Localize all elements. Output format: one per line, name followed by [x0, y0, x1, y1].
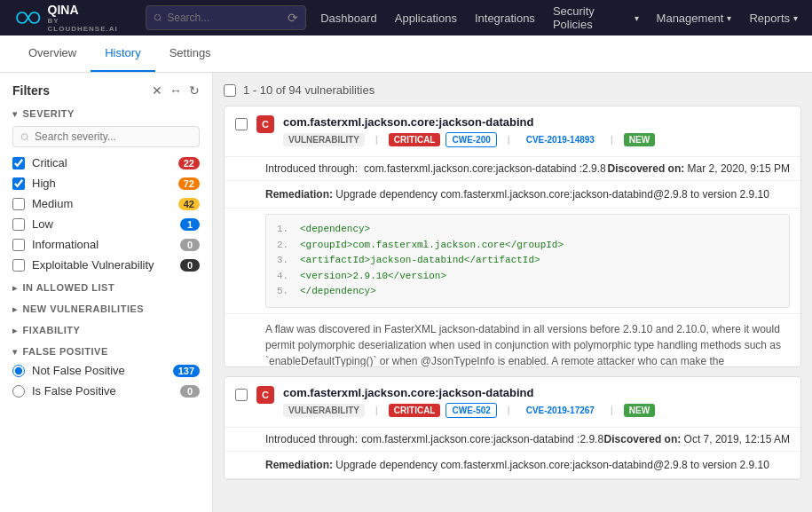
vuln-1-cve-badge[interactable]: CVE-2019-14893: [521, 133, 600, 146]
code-line-num: 1.: [277, 222, 291, 238]
search-refresh-icon[interactable]: ⟳: [288, 11, 298, 25]
vuln-1-cwe-badge[interactable]: CWE-200: [445, 132, 496, 147]
vuln-1-severity-badge: CRITICAL: [389, 133, 441, 146]
critical-label: Critical: [32, 156, 171, 169]
filter-exploitable[interactable]: Exploitable Vulnerability 0: [0, 255, 212, 275]
informational-checkbox[interactable]: [12, 239, 25, 251]
vuln-2-remediation-label: Remediation:: [265, 459, 333, 471]
vuln-2-checkbox[interactable]: [235, 389, 248, 401]
sidebar-expand-icon[interactable]: ↔: [169, 83, 182, 98]
is-false-positive-label: Is False Positive: [32, 384, 173, 398]
vuln-2-cwe-badge[interactable]: CWE-502: [445, 403, 496, 418]
code-line-text: <groupId>com.fasterxml.jackson.core</gro…: [300, 238, 564, 254]
search-severity-box[interactable]: [12, 126, 200, 147]
vuln-count-text: 1 - 10 of 94 vulnerabilities: [243, 83, 374, 97]
chevron-down-icon: ▾: [727, 13, 731, 23]
exploitable-count: 0: [180, 259, 200, 272]
filter-informational[interactable]: Informational 0: [0, 234, 212, 255]
nav-links: Dashboard Applications Integrations Secu…: [320, 4, 798, 31]
new-vuln-label: NEW VULNERABILITIES: [23, 303, 145, 314]
caret-icon: ▾: [12, 347, 18, 357]
low-count: 1: [180, 218, 200, 231]
vuln-2-title-area: com.fasterxml.jackson.core:jackson-datab…: [283, 386, 790, 418]
search-box[interactable]: ⟳: [146, 5, 307, 30]
not-false-positive-radio[interactable]: [12, 365, 25, 377]
exploitable-label: Exploitable Vulnerability: [32, 258, 173, 272]
filter-not-false-positive[interactable]: Not False Positive 137: [0, 360, 212, 381]
vuln-1-meta: Introduced through: com.fasterxml.jackso…: [225, 157, 800, 181]
severity-header[interactable]: ▾ SEVERITY: [0, 105, 212, 122]
fixability-section: ▸ FIXABILITY: [0, 321, 212, 339]
fixability-header[interactable]: ▸ FIXABILITY: [0, 321, 212, 339]
is-false-positive-radio[interactable]: [12, 385, 25, 398]
caret-icon: ▾: [12, 109, 18, 119]
tab-history[interactable]: History: [91, 35, 154, 72]
search-icon: [20, 132, 29, 142]
caret-icon: ▸: [12, 283, 18, 293]
severity-section: ▾ SEVERITY Critical 22 High 72: [0, 105, 212, 275]
low-checkbox[interactable]: [12, 218, 25, 231]
tab-overview[interactable]: Overview: [14, 35, 91, 72]
informational-label: Informational: [32, 238, 173, 251]
vuln-1-icon: C: [256, 115, 274, 133]
new-vuln-header[interactable]: ▸ NEW VULNERABILITIES: [0, 300, 212, 318]
code-line-1: 1. <dependency>: [277, 222, 778, 238]
high-checkbox[interactable]: [12, 177, 25, 190]
high-label: High: [32, 177, 171, 190]
nav-applications[interactable]: Applications: [395, 12, 457, 25]
vuln-1-introduced-label: Introduced through:: [265, 162, 358, 175]
vuln-2-cve-badge[interactable]: CVE-2019-17267: [521, 404, 600, 417]
filter-medium[interactable]: Medium 42: [0, 193, 212, 214]
not-false-positive-count: 137: [173, 365, 200, 377]
vuln-2-remediation: Remediation: Upgrade dependency com.fast…: [225, 452, 800, 479]
critical-checkbox[interactable]: [12, 157, 25, 169]
vuln-1-badges: VULNERABILITY | CRITICAL CWE-200 | CVE-2…: [283, 132, 790, 147]
separator: |: [605, 133, 619, 146]
separator: |: [502, 404, 516, 417]
exploitable-checkbox[interactable]: [12, 259, 25, 272]
filter-critical[interactable]: Critical 22: [0, 153, 212, 173]
collapse-icon[interactable]: ✕: [152, 83, 162, 98]
medium-checkbox[interactable]: [12, 198, 25, 210]
medium-label: Medium: [32, 197, 171, 210]
severity-search-input[interactable]: [35, 130, 192, 143]
separator: |: [605, 404, 619, 417]
brand-name: QINA: [48, 3, 131, 17]
search-input[interactable]: [167, 12, 282, 24]
code-line-2: 2. <groupId>com.fasterxml.jackson.core</…: [277, 238, 778, 254]
nav-reports[interactable]: Reports ▾: [749, 12, 798, 25]
vuln-2-icon: C: [256, 386, 274, 404]
code-line-num: 4.: [277, 269, 291, 285]
nav-management[interactable]: Management ▾: [657, 12, 732, 25]
caret-icon: ▸: [12, 304, 18, 314]
informational-count: 0: [180, 239, 200, 251]
filter-high[interactable]: High 72: [0, 173, 212, 193]
vuln-2-discovered-label: Discovered on:: [604, 433, 682, 445]
code-line-text: <version>2.9.10</version>: [300, 269, 446, 285]
code-line-3: 3. <artifactId>jackson-databind</artifac…: [277, 253, 778, 269]
select-all-checkbox[interactable]: [224, 84, 236, 97]
sidebar-actions: ✕ ↔ ↻: [152, 83, 200, 98]
vuln-1-title-area: com.fasterxml.jackson.core:jackson-datab…: [283, 115, 790, 147]
false-positive-section: ▾ FALSE POSITIVE Not False Positive 137 …: [0, 343, 212, 401]
vuln-1-remediation-label: Remediation:: [265, 188, 333, 201]
vuln-card-2: C com.fasterxml.jackson.core:jackson-dat…: [224, 376, 801, 480]
code-line-text: <dependency>: [300, 222, 370, 238]
sidebar-refresh-icon[interactable]: ↻: [189, 83, 200, 98]
nav-security-policies[interactable]: Security Policies ▾: [553, 4, 639, 31]
nav-dashboard[interactable]: Dashboard: [320, 12, 377, 25]
filter-is-false-positive[interactable]: Is False Positive 0: [0, 381, 212, 401]
code-line-num: 5.: [277, 284, 291, 300]
vuln-1-type-badge: VULNERABILITY: [283, 133, 365, 146]
false-positive-header[interactable]: ▾ FALSE POSITIVE: [0, 343, 212, 360]
nav-integrations[interactable]: Integrations: [475, 12, 535, 25]
vuln-2-discovered-value: Oct 7, 2019, 12:15 AM: [684, 433, 790, 445]
vuln-2-new-label: NEW: [624, 404, 655, 417]
allowed-list-header[interactable]: ▸ IN ALLOWED LIST: [0, 279, 212, 296]
filter-low[interactable]: Low 1: [0, 214, 212, 234]
vuln-1-checkbox[interactable]: [235, 118, 248, 130]
brand-sub: BY CLOUDHENSE.AI: [48, 17, 131, 33]
svg-point-2: [21, 133, 28, 139]
tab-settings[interactable]: Settings: [155, 35, 225, 72]
high-count: 72: [178, 177, 200, 190]
